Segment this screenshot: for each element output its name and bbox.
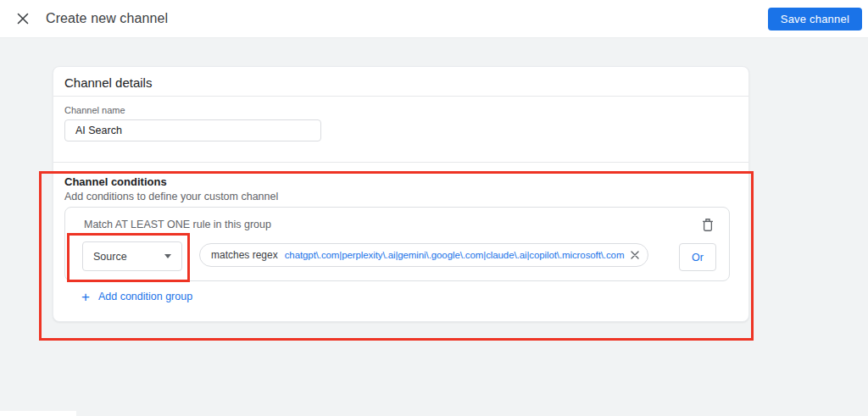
plus-icon: + (81, 290, 90, 304)
trash-icon (702, 218, 714, 232)
or-button[interactable]: Or (679, 243, 716, 271)
channel-name-input[interactable]: AI Search (64, 119, 321, 141)
channel-details-title: Channel details (64, 75, 152, 90)
add-condition-group-label: Add condition group (98, 291, 192, 302)
save-channel-button[interactable]: Save channel (768, 8, 862, 31)
add-condition-group-link[interactable]: + Add condition group (81, 288, 192, 305)
x-icon (631, 251, 639, 259)
section-divider (53, 162, 748, 163)
close-icon[interactable] (10, 6, 36, 31)
channel-conditions-subtitle: Add conditions to define your custom cha… (64, 191, 278, 202)
page-title: Create new channel (46, 11, 168, 26)
condition-group-card: Match AT LEAST ONE rule in this group So… (64, 207, 730, 281)
channel-form-card: Channel details Channel name AI Search C… (53, 66, 749, 322)
top-bar: Create new channel Save channel (0, 0, 868, 38)
condition-rule-chip[interactable]: matches regex chatgpt\.com|perplexity\.a… (199, 243, 648, 267)
dimension-dropdown-value: Source (93, 251, 127, 263)
chevron-down-icon (164, 254, 171, 258)
dimension-dropdown[interactable]: Source (82, 241, 182, 271)
delete-group-button[interactable] (698, 215, 717, 234)
bottom-edge-strip (0, 411, 76, 416)
regex-value: chatgpt\.com|perplexity\.ai|gemini\.goog… (285, 250, 625, 260)
close-icon-glyph (17, 13, 29, 25)
channel-conditions-title: Channel conditions (64, 175, 167, 188)
channel-name-label: Channel name (64, 105, 125, 115)
channel-name-value: AI Search (75, 125, 122, 136)
operator-label: matches regex (211, 249, 278, 261)
section-divider (53, 96, 748, 97)
remove-rule-icon[interactable] (631, 251, 639, 259)
match-rule-label: Match AT LEAST ONE rule in this group (84, 219, 271, 230)
